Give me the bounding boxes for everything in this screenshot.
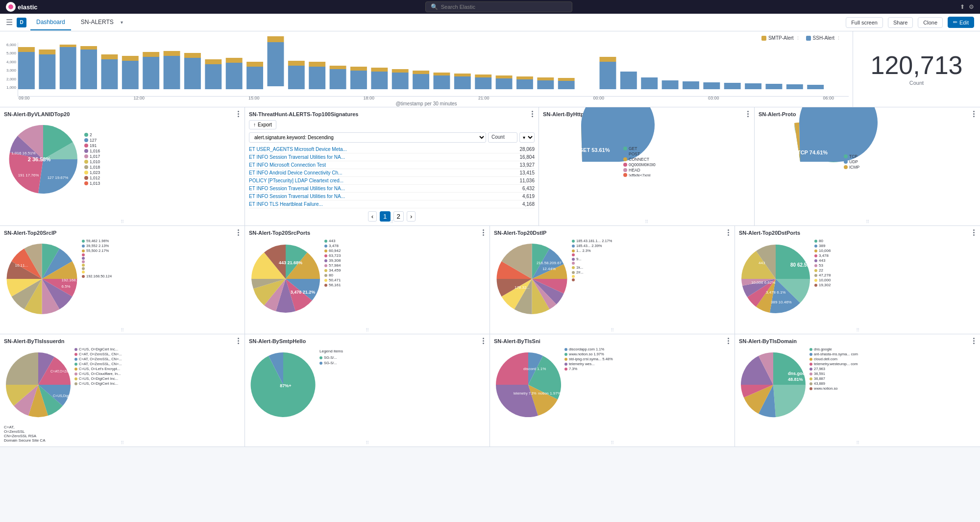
- panel-tlsissuerdn-menu[interactable]: [235, 337, 242, 344]
- share-button[interactable]: Share: [888, 17, 913, 28]
- panel-vlan-menu[interactable]: [235, 110, 242, 117]
- signatures-table: ET USER_AGENTS Microsoft Device Meta... …: [249, 146, 535, 208]
- smtp-legend-menu[interactable]: ⋮: [796, 36, 800, 41]
- tls-l8: C=US, O=DigiCert Inc...: [74, 381, 122, 386]
- domain-l3: cloud.dell.com: [809, 357, 858, 361]
- panel-dstip-drag[interactable]: ⠿: [611, 327, 614, 333]
- panel-httpmethod-menu[interactable]: [744, 110, 751, 117]
- panel-dstip-title: SN-Alert-Top20DstIP: [494, 230, 731, 236]
- panel-signatures-drag[interactable]: ⠿: [390, 219, 393, 224]
- row-label-4[interactable]: ET INFO Android Device Connectivity Ch..…: [249, 170, 515, 175]
- row-label-1[interactable]: ET USER_AGENTS Microsoft Device Meta...: [249, 147, 515, 152]
- panel-httpmethod-drag[interactable]: ⠿: [645, 219, 648, 224]
- srcport-l9: 50,471: [324, 278, 341, 282]
- rows-select[interactable]: ▾: [519, 132, 535, 143]
- dstip-l1: 185.43.181.1... 2.17%: [572, 239, 612, 243]
- search-icon: 🔍: [431, 3, 438, 10]
- srcip-content: 192.168.50.124 6.5% 10.11... 59,462 1.96…: [4, 239, 241, 320]
- svg-rect-61: [703, 82, 720, 89]
- svg-rect-2: [18, 47, 35, 52]
- dstip-l8: 2#...: [572, 270, 612, 274]
- page-2-button[interactable]: 2: [393, 211, 404, 222]
- panel-smtphello-drag[interactable]: ⠿: [366, 440, 369, 446]
- table-row-2: ET INFO Session Traversal Utilities for …: [249, 153, 535, 161]
- table-row-3: ET INFO Microsoft Connection Test 13,927: [249, 161, 535, 169]
- tab-dashboard[interactable]: Dashboard: [30, 15, 71, 30]
- panel-srcports-menu[interactable]: [480, 229, 487, 236]
- panel-srcports-title: SN-Alert-Top20SrcPorts: [249, 230, 486, 236]
- smtphello-content: 87%+ Legend items SG-S/... SG-S/...: [249, 347, 486, 423]
- row-label-6[interactable]: ET INFO Session Traversal Utilities for …: [249, 186, 518, 191]
- proto-pie-content: TCP 74.61% UDP 25.38% TCP UDP ICMP: [759, 120, 976, 203]
- panel-srcip: SN-Alert-Top20SrcIP 192.168.50.: [0, 226, 245, 334]
- search-bar[interactable]: 🔍 Search Elastic: [425, 1, 572, 12]
- panel-srcip-menu[interactable]: [235, 229, 242, 236]
- panels-row-3: SN-Alert-ByTlsIssuerdn C=AT,O=ZeroSSL C=…: [0, 334, 980, 447]
- row-label-5[interactable]: POLICY [PTsecurity] LDAP Cleartext cred.…: [249, 178, 515, 183]
- hamburger-icon[interactable]: ☰: [6, 18, 13, 27]
- row-label-2[interactable]: ET INFO Session Traversal Utilities for …: [249, 154, 515, 160]
- dstport-l6: 53: [814, 263, 831, 268]
- svg-rect-21: [226, 63, 243, 89]
- svg-rect-31: [330, 69, 346, 89]
- share-icon[interactable]: ⬆: [960, 3, 965, 10]
- panel-srcip-drag[interactable]: ⠿: [121, 327, 124, 333]
- edit-button[interactable]: ✏ Edit: [948, 17, 974, 28]
- svg-text:127 19.67%: 127 19.67%: [48, 175, 69, 180]
- srcip-l4: [82, 253, 112, 256]
- panel-srcports: SN-Alert-Top20SrcPorts 443 21.68% 3,478 …: [245, 226, 490, 334]
- svg-text:443 21.68%: 443 21.68%: [279, 260, 302, 265]
- smtp-l1: SG-S/...: [319, 355, 343, 360]
- prev-page-button[interactable]: ‹: [368, 211, 377, 222]
- vlan-legend: 2 127 191 1,016 1,017 1,010 1,018 1,023 …: [84, 132, 100, 186]
- svg-rect-6: [60, 45, 76, 47]
- clone-button[interactable]: Clone: [918, 17, 943, 28]
- panel-tlsdomain-drag[interactable]: ⠿: [856, 440, 859, 446]
- nav-left: ☰ D Dashboard SN-ALERTS ▾: [6, 15, 123, 30]
- panel-dstports-menu[interactable]: [970, 229, 977, 236]
- svg-text:3,478 6.1%: 3,478 6.1%: [766, 290, 785, 295]
- srcip-l5: [82, 257, 112, 260]
- panel-vlan-drag[interactable]: ⠿: [121, 219, 124, 224]
- panel-tlsissuerdn-drag[interactable]: ⠿: [121, 440, 124, 446]
- main-content: SMTP-Alert ⋮ SSH-Alert ⋮ 6,000 5,000 4,0…: [0, 31, 980, 447]
- tab-sn-alerts[interactable]: SN-ALERTS: [75, 15, 120, 30]
- srcport-l6: 57,984: [324, 263, 341, 268]
- panel-dstip-menu[interactable]: [725, 229, 732, 236]
- ssh-legend-menu[interactable]: ⋮: [836, 36, 841, 41]
- ssh-legend-color: [806, 36, 811, 41]
- panel-srcports-drag[interactable]: ⠿: [366, 327, 369, 333]
- svg-rect-26: [268, 36, 284, 42]
- pencil-icon: ✏: [953, 19, 957, 25]
- fullscreen-button[interactable]: Full screen: [846, 17, 883, 28]
- panel-tlsdomain: SN-Alert-ByTlsDomain dns.google 48.81% d…: [735, 334, 980, 447]
- row-label-7[interactable]: ET INFO Session Traversal Utilities for …: [249, 194, 518, 199]
- time-chart: SMTP-Alert ⋮ SSH-Alert ⋮ 6,000 5,000 4,0…: [0, 31, 853, 107]
- export-button[interactable]: ↑ Export: [249, 120, 276, 129]
- panel-proto-drag[interactable]: ⠿: [866, 219, 869, 224]
- row-value-5: 11,036: [519, 178, 535, 183]
- page-1-button[interactable]: 1: [380, 211, 390, 222]
- svg-rect-44: [454, 74, 471, 76]
- tlsdomain-legend: dns.google ant-shasta-ms.syma... com clo…: [809, 347, 858, 423]
- svg-rect-23: [246, 67, 263, 89]
- svg-rect-28: [288, 61, 305, 66]
- panel-proto-menu[interactable]: [970, 110, 977, 117]
- row-label-3[interactable]: ET INFO Microsoft Connection Test: [249, 162, 515, 168]
- panel-signatures-menu[interactable]: [529, 110, 536, 117]
- panel-tlssni-drag[interactable]: ⠿: [611, 440, 614, 446]
- dropdown-icon[interactable]: ▾: [121, 20, 123, 25]
- svg-rect-17: [184, 58, 201, 89]
- panel-smtphello-menu[interactable]: [480, 337, 487, 344]
- dstport-l4: 3,478: [814, 253, 831, 258]
- panel-tlssni-menu[interactable]: [725, 337, 732, 344]
- settings-icon[interactable]: ⚙: [969, 3, 974, 10]
- next-page-button[interactable]: ›: [407, 211, 416, 222]
- signature-filter-select[interactable]: alert.signature.keyword: Descending: [249, 132, 486, 143]
- srcip-l9: [82, 271, 112, 273]
- panel-dstports-drag[interactable]: ⠿: [856, 327, 859, 333]
- svg-text:10.11...: 10.11...: [15, 263, 28, 268]
- table-row-8: ET INFO TLS Heartbleat Failure... 4,168: [249, 200, 535, 208]
- row-label-8[interactable]: ET INFO TLS Heartbleat Failure...: [249, 201, 518, 207]
- panel-tlsdomain-menu[interactable]: [970, 337, 977, 344]
